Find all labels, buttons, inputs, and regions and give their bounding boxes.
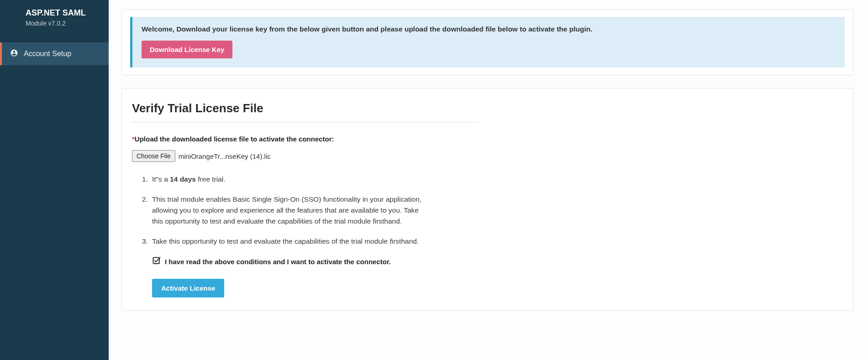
note-3: 3. Take this opportunity to test and eva… [146,236,424,247]
verify-card: Verify Trial License File *Upload the do… [121,88,853,311]
consent-row[interactable]: I have read the above conditions and I w… [132,256,840,267]
consent-label: I have read the above conditions and I w… [165,258,391,266]
notes-list: 1. It"s a 14 days free trial. 2. This tr… [132,174,424,247]
sidebar-item-account-setup[interactable]: Account Setup [0,42,109,65]
choose-file-button[interactable]: Choose File [132,150,175,162]
info-banner: Welcome, Download your license key from … [130,17,845,68]
divider [132,122,479,122]
note-1: 1. It"s a 14 days free trial. [146,174,424,185]
user-circle-icon [10,49,24,59]
file-name: miniOrangeTr...nseKey (14).lic [179,152,271,160]
svg-rect-0 [153,257,159,263]
welcome-card: Welcome, Download your license key from … [121,9,853,75]
note-2: 2. This trial module enables Basic Singl… [146,194,424,227]
sidebar: ASP.NET SAML Module v7.0.2 Account Setup [0,0,109,360]
verify-title: Verify Trial License File [132,101,840,115]
sidebar-subtitle: Module v7.0.2 [0,20,109,42]
main-content: Welcome, Download your license key from … [109,0,868,360]
sidebar-title: ASP.NET SAML [0,8,109,20]
file-input-row: Choose File miniOrangeTr...nseKey (14).l… [132,150,840,162]
upload-label: *Upload the downloaded license file to a… [132,135,840,143]
info-banner-text: Welcome, Download your license key from … [142,25,836,33]
download-license-key-button[interactable]: Download License Key [142,41,232,58]
sidebar-item-label: Account Setup [24,50,71,58]
activate-license-button[interactable]: Activate License [152,279,224,297]
checkbox-checked-icon[interactable] [152,256,165,267]
